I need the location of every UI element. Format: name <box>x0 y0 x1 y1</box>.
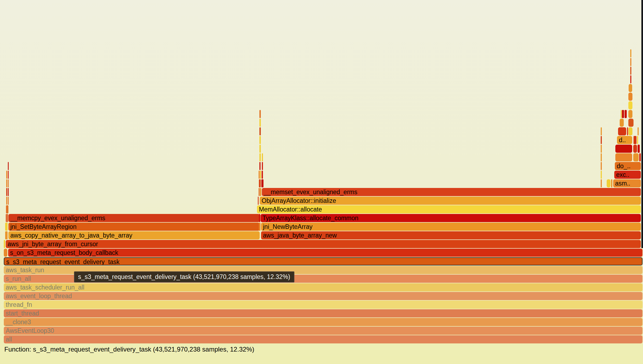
flame-frame-sliver[interactable] <box>611 179 612 187</box>
flamegraph-canvas[interactable]: allAwsEventLoop30__clone3start_threadthr… <box>0 0 643 364</box>
flame-frame-sliver[interactable] <box>601 179 602 187</box>
flame-frame-aws_event_loop_thread[interactable]: aws_event_loop_thread <box>4 292 642 300</box>
flame-frame-sliver[interactable] <box>630 49 631 57</box>
hover-tooltip: s_s3_meta_request_event_delivery_task (4… <box>74 271 294 282</box>
flame-frame-frame[interactable] <box>628 119 634 127</box>
flame-frame-aws_task_scheduler_run_all[interactable]: aws_task_scheduler_run_all <box>4 283 642 291</box>
flame-frame-__memcpy_evex_unaligned_erms[interactable]: __memcpy_evex_unaligned_erms <box>8 214 260 222</box>
flame-frame-frame[interactable] <box>628 93 632 101</box>
flame-frame-sliver[interactable] <box>260 188 261 196</box>
flame-frame-frame[interactable] <box>628 101 632 109</box>
flame-frame-sliver[interactable] <box>8 171 9 179</box>
flame-frame-sliver[interactable] <box>259 162 261 170</box>
flame-frame-thread_fn[interactable]: thread_fn <box>4 301 642 309</box>
flame-frame-sliver[interactable] <box>639 153 641 161</box>
flame-frame-frame[interactable] <box>625 110 627 118</box>
flame-frame-sliver[interactable] <box>621 110 622 118</box>
flame-frame-sliver[interactable] <box>637 136 638 144</box>
flame-frame-sliver[interactable] <box>601 145 602 153</box>
flame-frame-sliver[interactable] <box>638 127 639 135</box>
flame-frame-frame[interactable] <box>628 127 632 135</box>
flame-frame-frame[interactable] <box>628 110 632 118</box>
flame-frame-sliver[interactable] <box>4 249 7 257</box>
flame-frame-__memset_evex_unaligned_erms[interactable]: __memset_evex_unaligned_erms <box>262 188 641 196</box>
flame-frame-sliver[interactable] <box>8 162 9 170</box>
flame-frame-frame[interactable] <box>615 153 632 161</box>
flame-frame-sliver[interactable] <box>259 110 261 118</box>
status-bar: Function: s_s3_meta_request_event_delive… <box>4 346 254 353</box>
flame-frame-frame[interactable] <box>633 153 639 161</box>
flame-frame-jni_SetByteArrayRegion[interactable]: jni_SetByteArrayRegion <box>8 223 260 231</box>
flame-frame-TypeArrayKlass::allocate_common[interactable]: TypeArrayKlass::allocate_common <box>261 214 641 222</box>
flame-frame-aws_java_byte_array_new[interactable]: aws_java_byte_array_new <box>261 231 641 239</box>
flame-frame-sliver[interactable] <box>601 136 602 144</box>
flame-frame-all[interactable]: all <box>4 335 642 343</box>
flame-frame-start_thread[interactable]: start_thread <box>4 309 642 317</box>
flame-frame-aws_jni_byte_array_from_cursor[interactable]: aws_jni_byte_array_from_cursor <box>6 240 641 248</box>
flame-frame-frame[interactable] <box>634 136 636 144</box>
flame-frame-sliver[interactable] <box>627 127 628 135</box>
flame-frame-frame[interactable] <box>629 84 632 92</box>
flame-frame-sliver[interactable] <box>8 179 9 187</box>
flame-frame-s_on_s3_meta_request_body_callback[interactable]: s_on_s3_meta_request_body_callback <box>8 249 642 257</box>
flame-frame-sliver[interactable] <box>259 171 260 179</box>
flame-frame-sliver[interactable] <box>6 179 7 187</box>
flame-frame-MemAllocator::allocate[interactable]: MemAllocator::allocate <box>257 205 641 213</box>
flame-frame-sliver[interactable] <box>260 171 261 179</box>
flame-frame-sliver[interactable] <box>258 197 259 205</box>
flame-frame-sliver[interactable] <box>259 188 260 196</box>
flame-frame-sliver[interactable] <box>259 145 261 153</box>
flame-frame-exc_truncated[interactable]: exc.. <box>614 171 641 179</box>
flame-frame-sliver[interactable] <box>638 145 640 153</box>
flame-frame-frame[interactable] <box>620 119 624 127</box>
flame-frame-sliver[interactable] <box>259 119 261 127</box>
flame-frame-frame[interactable] <box>618 127 626 135</box>
flame-frame-ObjArrayAllocator::initialize[interactable]: ObjArrayAllocator::initialize <box>260 197 641 205</box>
flame-frame-sliver[interactable] <box>601 127 602 135</box>
flame-frame-frame[interactable] <box>615 145 632 153</box>
flame-frame-sliver[interactable] <box>601 171 602 179</box>
flame-frame-sliver[interactable] <box>5 231 8 239</box>
flame-frame-do_truncated[interactable]: do_.. <box>615 162 641 170</box>
flame-frame-sliver[interactable] <box>262 162 263 170</box>
flame-frame-sliver[interactable] <box>8 188 9 196</box>
flame-frame-sliver[interactable] <box>5 223 8 231</box>
flame-frame-frame[interactable] <box>622 110 624 118</box>
flame-frame-AwsEventLoop30[interactable]: AwsEventLoop30 <box>4 327 642 335</box>
flame-frame-d_truncated[interactable]: d.. <box>617 136 632 144</box>
flame-frame-sliver[interactable] <box>601 153 602 161</box>
flame-frame-sliver[interactable] <box>630 58 631 66</box>
flame-frame-aws_copy_native_array_to_java_byte_array[interactable]: aws_copy_native_array_to_java_byte_array <box>8 231 260 239</box>
flame-frame-sliver[interactable] <box>262 153 263 161</box>
flame-frame-s_s3_meta_request_event_delivery_task[interactable]: s_s3_meta_request_event_delivery_task <box>4 257 642 265</box>
flame-frame-jni_NewByteArray[interactable]: jni_NewByteArray <box>261 223 641 231</box>
flame-frame-sliver[interactable] <box>6 197 7 205</box>
flame-frame-sliver[interactable] <box>259 214 260 222</box>
flame-frame-sliver[interactable] <box>4 240 5 248</box>
flame-frame-sliver[interactable] <box>6 205 8 213</box>
flame-frame-sliver[interactable] <box>601 162 602 170</box>
flame-frame-sliver[interactable] <box>8 197 9 205</box>
flame-frame-frame[interactable] <box>633 145 637 153</box>
flame-frame-sliver[interactable] <box>6 214 8 222</box>
flame-frame-sliver[interactable] <box>259 127 261 135</box>
flame-frame-sliver[interactable] <box>6 171 7 179</box>
flame-frame-sliver[interactable] <box>259 179 261 187</box>
flame-frame-sliver[interactable] <box>630 75 631 83</box>
flame-frame-sliver[interactable] <box>261 179 263 187</box>
flame-frame-sliver[interactable] <box>607 179 610 187</box>
flame-frame-sliver[interactable] <box>630 67 631 75</box>
scrollbar-thumb[interactable] <box>641 0 643 248</box>
flame-frame-sliver[interactable] <box>6 188 7 196</box>
flame-frame-__clone3[interactable]: __clone3 <box>4 318 642 326</box>
flame-frame-asm_truncated[interactable]: asm.. <box>613 179 641 187</box>
flame-frame-sliver[interactable] <box>259 153 261 161</box>
flame-frame-sliver[interactable] <box>259 136 261 144</box>
flame-frame-sliver[interactable] <box>259 223 261 231</box>
flame-frame-sliver[interactable] <box>262 171 263 179</box>
